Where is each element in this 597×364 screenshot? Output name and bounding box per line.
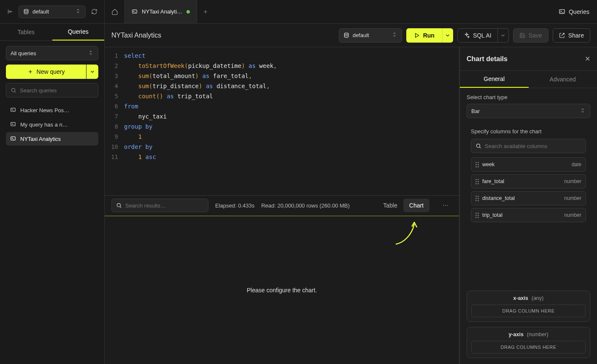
query-icon — [10, 136, 16, 142]
search-columns-input[interactable] — [485, 143, 581, 149]
toolbar-database-select[interactable]: default — [339, 28, 402, 43]
column-type: date — [572, 162, 581, 167]
queries-link[interactable]: Queries — [559, 8, 589, 15]
chevron-updown-icon — [392, 32, 397, 39]
dots-icon — [442, 202, 449, 209]
new-query-label: New query — [37, 68, 65, 75]
column-name: trip_total — [482, 212, 561, 218]
drag-handle-icon[interactable] — [475, 162, 479, 167]
search-icon — [11, 87, 16, 93]
column-type: number — [564, 178, 581, 184]
sidebar-tab-queries[interactable]: Queries — [52, 24, 105, 40]
sql-ai-button[interactable]: SQL AI — [457, 28, 498, 43]
plus-icon — [27, 69, 33, 75]
drag-handle-icon[interactable] — [475, 179, 479, 184]
run-label: Run — [423, 32, 435, 39]
svg-point-8 — [117, 203, 120, 207]
column-type: number — [564, 195, 581, 201]
column-name: distance_total — [482, 195, 561, 201]
search-columns-field[interactable] — [471, 139, 586, 153]
x-axis-drop-zone[interactable]: DRAG COLUMN HERE — [471, 305, 586, 317]
panel-tab-advanced[interactable]: Advanced — [529, 71, 597, 88]
reload-icon[interactable] — [90, 8, 98, 16]
chevron-down-icon — [445, 32, 451, 38]
search-results-field[interactable] — [111, 199, 208, 212]
column-item[interactable]: week date — [471, 157, 586, 172]
share-button[interactable]: Share — [553, 28, 590, 43]
save-label: Save — [529, 32, 542, 39]
all-queries-select[interactable]: All queries — [6, 46, 98, 60]
x-axis-type: (any) — [532, 295, 543, 301]
editor-column: 1234567891011 select toStartOfWeek(picku… — [105, 47, 459, 364]
sidebar: default Tables Queries All queries — [0, 0, 105, 364]
main: NYTaxi Analyti… Queries NYTaxi Analytics… — [105, 0, 597, 364]
share-icon — [559, 32, 565, 38]
hint-arrow-icon — [392, 218, 421, 248]
y-axis-label: y-axis — [508, 332, 523, 337]
results-bar: Elapsed: 0.433s Read: 20,000,000 rows (2… — [105, 195, 459, 216]
column-item[interactable]: distance_total number — [471, 191, 586, 205]
line-gutter: 1234567891011 — [105, 47, 122, 195]
code-lines[interactable]: select toStartOfWeek(pickup_datetime) as… — [122, 47, 459, 195]
query-item-label: Hacker News Pos… — [20, 107, 69, 113]
chart-type-select[interactable]: Bar — [467, 104, 590, 118]
svg-rect-6 — [559, 9, 565, 13]
database-icon — [343, 32, 349, 38]
svg-rect-4 — [11, 137, 16, 140]
svg-point-1 — [11, 88, 15, 92]
column-name: week — [482, 162, 568, 167]
unsaved-dot-icon — [186, 10, 190, 13]
query-item[interactable]: Hacker News Pos… — [6, 103, 98, 117]
search-queries-field[interactable] — [6, 83, 98, 97]
toolbar-database-value: default — [353, 32, 369, 38]
y-axis-type: (number) — [527, 332, 548, 337]
new-query-dropdown[interactable] — [86, 65, 98, 79]
panel-tab-general[interactable]: General — [460, 71, 529, 88]
view-table-button[interactable]: Table — [377, 199, 403, 212]
panel-body: Select chart type Bar Specify columns fo… — [460, 88, 597, 364]
search-queries-input[interactable] — [20, 87, 94, 94]
collapse-sidebar-icon[interactable] — [6, 8, 14, 16]
chart-placeholder-text: Please configure the chart. — [247, 287, 317, 294]
sql-ai-dropdown[interactable] — [498, 28, 509, 43]
tab-bar: NYTaxi Analyti… Queries — [105, 0, 597, 24]
query-icon — [10, 107, 16, 113]
query-icon — [10, 121, 16, 127]
new-query-button[interactable]: New query — [6, 65, 86, 79]
workspace: 1234567891011 select toStartOfWeek(picku… — [105, 47, 597, 364]
add-tab-button[interactable] — [197, 0, 214, 23]
save-icon — [519, 32, 525, 38]
query-item[interactable]: NYTaxi Analytics — [6, 132, 98, 146]
open-tab[interactable]: NYTaxi Analyti… — [125, 0, 197, 23]
search-results-input[interactable] — [125, 202, 204, 209]
run-button[interactable]: Run — [406, 28, 442, 43]
panel-title: Chart details — [467, 55, 585, 63]
database-select[interactable]: default — [19, 5, 86, 18]
sidebar-tab-tables[interactable]: Tables — [0, 24, 52, 40]
run-dropdown[interactable] — [442, 28, 453, 43]
open-tab-label: NYTaxi Analyti… — [142, 8, 182, 15]
share-label: Share — [568, 32, 584, 39]
view-toggle: Table Chart — [377, 199, 430, 212]
column-item[interactable]: trip_total number — [471, 208, 586, 222]
x-axis-label: x-axis — [513, 295, 528, 301]
column-item[interactable]: fare_total number — [471, 174, 586, 189]
drag-handle-icon[interactable] — [475, 196, 479, 201]
more-menu-button[interactable] — [439, 199, 452, 212]
sql-ai-label: SQL AI — [473, 32, 492, 39]
y-axis-drop-zone[interactable]: DRAG COLUMNS HERE — [471, 341, 586, 353]
read-stat: Read: 20,000,000 rows (260.00 MB) — [261, 202, 350, 209]
panel-tabs: General Advanced — [460, 71, 597, 88]
query-list: Hacker News Pos… My query has a n… NYTax… — [6, 103, 98, 146]
toolbar: NYTaxi Analytics default Run — [105, 24, 597, 47]
query-item[interactable]: My query has a n… — [6, 118, 98, 131]
view-chart-button[interactable]: Chart — [403, 199, 430, 212]
chevron-down-icon — [500, 32, 506, 38]
drag-handle-icon[interactable] — [475, 213, 479, 218]
svg-rect-2 — [11, 108, 16, 111]
svg-rect-5 — [132, 10, 137, 13]
home-tab[interactable] — [105, 0, 125, 23]
chevron-down-icon — [89, 69, 95, 75]
close-icon[interactable]: ✕ — [585, 55, 590, 63]
code-editor[interactable]: 1234567891011 select toStartOfWeek(picku… — [105, 47, 459, 195]
